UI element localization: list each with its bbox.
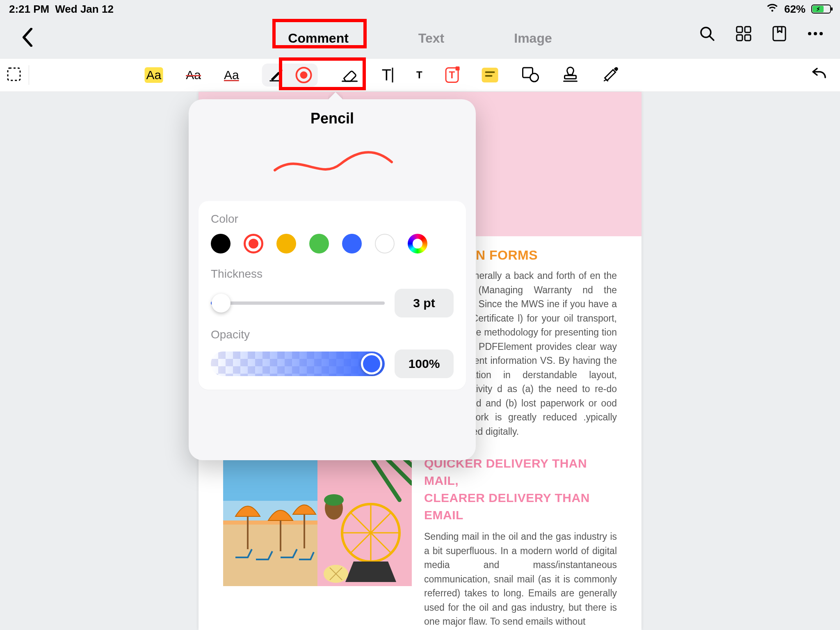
battery-percent: 62% (784, 3, 806, 16)
pencil-stroke-preview (189, 127, 476, 201)
svg-line-23 (367, 455, 399, 500)
pencil-settings-card: Color Thickness 3 pt Opacity 100% (199, 201, 466, 390)
svg-rect-15 (564, 75, 576, 79)
svg-point-9 (819, 32, 823, 35)
more-icon[interactable] (807, 31, 824, 36)
thickness-slider[interactable] (211, 301, 385, 305)
svg-rect-6 (773, 27, 785, 41)
svg-rect-2 (737, 27, 742, 32)
tab-image[interactable]: Image (514, 31, 552, 46)
underline-tool[interactable]: Aa (224, 68, 239, 82)
tropical-image (317, 455, 412, 586)
svg-rect-4 (737, 35, 742, 41)
tab-text[interactable]: Text (418, 31, 444, 46)
svg-point-30 (324, 494, 344, 506)
status-date: Wed Jan 12 (55, 3, 114, 16)
grid-icon[interactable] (736, 26, 751, 41)
highlight-box-comment (272, 19, 367, 48)
thickness-label: Thickness (211, 267, 454, 281)
select-area-icon[interactable] (6, 66, 22, 84)
text-cursor-tool[interactable]: T (382, 66, 393, 84)
color-swatches (211, 234, 454, 253)
popover-title: Pencil (189, 110, 476, 127)
swatch-black[interactable] (211, 234, 231, 253)
back-button[interactable] (21, 28, 34, 48)
opacity-slider-thumb[interactable] (361, 353, 382, 374)
wifi-icon (766, 3, 778, 16)
small-text-tool[interactable]: T (416, 69, 422, 81)
status-time: 2:21 PM (9, 3, 49, 16)
swatch-yellow[interactable] (276, 234, 296, 253)
svg-point-8 (814, 32, 817, 35)
bookmark-icon[interactable] (772, 25, 787, 42)
swatch-green[interactable] (309, 234, 329, 253)
battery-icon: ⚡︎ (811, 5, 831, 14)
nav-row: Comment Text Image (0, 18, 840, 58)
doc-paragraph-2: Sending mail in the oil and the gas indu… (424, 530, 617, 629)
beach-image (223, 455, 317, 586)
thickness-slider-thumb[interactable] (212, 294, 231, 313)
svg-point-14 (530, 73, 538, 82)
shape-tool[interactable] (521, 66, 539, 84)
svg-point-7 (808, 32, 811, 35)
svg-rect-3 (745, 27, 751, 32)
pencil-popover: Pencil Color Thickness 3 pt Opacity (189, 99, 476, 460)
popover-caret (328, 92, 343, 100)
opacity-value: 100% (395, 349, 454, 378)
highlight-box-pencil-tool (279, 57, 366, 90)
signature-tool[interactable] (601, 66, 619, 84)
svg-line-1 (710, 36, 714, 40)
swatch-blue[interactable] (342, 234, 362, 253)
undo-button[interactable] (810, 67, 828, 83)
sticky-note-tool[interactable] (482, 68, 498, 82)
highlight-tool[interactable]: Aa (145, 67, 163, 83)
stamp-tool[interactable] (562, 66, 578, 84)
search-icon[interactable] (699, 25, 715, 42)
svg-rect-5 (745, 35, 751, 41)
separator (29, 65, 29, 85)
doc-image-pair (223, 455, 412, 586)
strikethrough-tool[interactable]: Aa (186, 68, 201, 82)
textbox-tool[interactable]: T (445, 67, 459, 83)
status-bar: 2:21 PM Wed Jan 12 62% ⚡︎ (0, 0, 840, 18)
swatch-white[interactable] (375, 234, 395, 253)
swatch-red-selected[interactable] (244, 234, 263, 253)
thickness-value: 3 pt (395, 289, 454, 317)
opacity-slider[interactable] (211, 352, 385, 376)
annotation-toolbar: Aa Aa Aa T T T (0, 58, 840, 92)
swatch-custom-color[interactable] (408, 234, 427, 253)
doc-heading-2: QUICKER DELIVERY THAN MAIL, CLEARER DELI… (424, 455, 617, 524)
color-label: Color (211, 212, 454, 226)
svg-rect-10 (8, 68, 20, 80)
opacity-label: Opacity (211, 328, 454, 341)
